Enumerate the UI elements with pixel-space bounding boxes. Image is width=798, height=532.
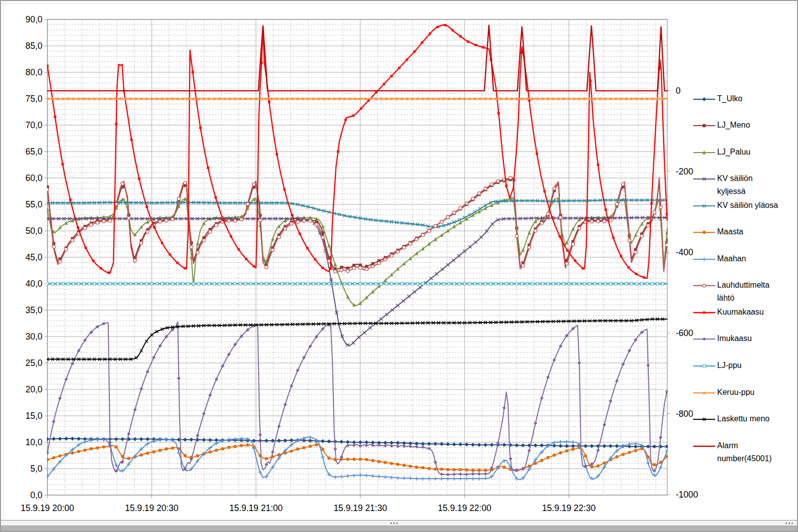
- legend-marker-kv_kyljessa-icon: [693, 173, 716, 185]
- svg-text:70,0: 70,0: [25, 120, 42, 130]
- legend-marker-alarm-icon: [693, 440, 716, 453]
- svg-text:40,0: 40,0: [25, 279, 42, 289]
- legend-label-t_ulko: T_Ulko: [717, 92, 743, 105]
- legend-item-alarm[interactable]: Alarm number(45001): [693, 439, 772, 465]
- legend-item-t_ulko[interactable]: T_Ulko: [693, 92, 743, 106]
- legend-marker-lj_ppu-icon: [693, 359, 716, 372]
- svg-text:15.9.19 20:00: 15.9.19 20:00: [20, 503, 74, 513]
- legend-item-kv_ylaosa[interactable]: KV säiliön yläosa: [693, 199, 778, 212]
- legend-item-maahan[interactable]: Maahan: [693, 252, 746, 266]
- series-lj_meno: [46, 178, 669, 271]
- svg-text:20,0: 20,0: [25, 384, 42, 394]
- legend-label-lj_ppu: LJ-ppu: [717, 359, 742, 372]
- legend-label-kv_ylaosa: KV säiliön yläosa: [717, 199, 778, 212]
- svg-text:15.9.19 20:30: 15.9.19 20:30: [125, 503, 178, 513]
- svg-text:35,0: 35,0: [25, 305, 42, 315]
- legend-item-keruu_ppu[interactable]: Keruu-ppu: [693, 386, 755, 399]
- svg-text:30,0: 30,0: [25, 332, 42, 342]
- svg-text:10,0: 10,0: [25, 437, 42, 447]
- svg-text:65,0: 65,0: [25, 147, 42, 157]
- legend-label-imukaasu: Imukaasu: [717, 332, 752, 345]
- svg-text:85,0: 85,0: [25, 41, 42, 51]
- svg-text:15.9.19 22:30: 15.9.19 22:30: [542, 503, 595, 513]
- legend-label-kuumakaasu: Kuumakaasu: [717, 306, 764, 319]
- svg-text:-1000: -1000: [676, 490, 698, 500]
- resize-grip-dots[interactable]: [786, 523, 793, 524]
- legend-item-lj_meno[interactable]: LJ_Meno: [693, 119, 750, 132]
- svg-text:75,0: 75,0: [25, 94, 42, 104]
- legend-marker-kv_ylaosa-icon: [693, 199, 716, 212]
- legend-marker-laskettu_meno-icon: [693, 413, 716, 426]
- legend-item-imukaasu[interactable]: Imukaasu: [693, 332, 752, 346]
- legend-item-lauhduttimelta[interactable]: Lauhduttimelta lähtö: [693, 279, 770, 305]
- svg-text:60,0: 60,0: [25, 173, 42, 183]
- legend-item-lj_paluu[interactable]: LJ_Paluu: [693, 146, 751, 159]
- legend-label-lj_meno: LJ_Meno: [717, 119, 750, 132]
- series-lj_ppu: [46, 282, 667, 285]
- horizontal-scrollbar[interactable]: [1, 521, 797, 526]
- legend-label-maahan: Maahan: [717, 252, 746, 265]
- legend-label-lj_paluu: LJ_Paluu: [717, 146, 751, 159]
- legend-marker-keruu_ppu-icon: [693, 386, 716, 399]
- legend-item-kuumakaasu[interactable]: Kuumakaasu: [693, 306, 764, 319]
- svg-text:15.9.19 22:00: 15.9.19 22:00: [438, 503, 491, 513]
- legend-label-laskettu_meno: Laskettu meno: [717, 412, 770, 425]
- svg-text:15.9.19 21:00: 15.9.19 21:00: [229, 503, 282, 513]
- legend-marker-lj_meno-icon: [693, 119, 716, 132]
- svg-text:55,0: 55,0: [25, 199, 42, 209]
- svg-text:0: 0: [676, 86, 681, 96]
- series-kv_ylaosa: [46, 198, 667, 228]
- legend-marker-lauhduttimelta-icon: [693, 279, 716, 292]
- legend-label-kv_kyljessa: KV säiliön kyljessä: [717, 172, 753, 198]
- svg-text:0,0: 0,0: [30, 490, 43, 500]
- svg-text:45,0: 45,0: [25, 252, 42, 262]
- legend-label-keruu_ppu: Keruu-ppu: [717, 386, 755, 399]
- svg-text:5,0: 5,0: [30, 464, 43, 474]
- svg-text:-800: -800: [676, 409, 693, 419]
- legend-marker-imukaasu-icon: [693, 333, 716, 346]
- svg-text:50,0: 50,0: [25, 226, 42, 236]
- series-kv_kyljessa: [46, 216, 667, 347]
- legend-item-laskettu_meno[interactable]: Laskettu meno: [693, 412, 770, 426]
- legend-item-kv_kyljessa[interactable]: KV säiliön kyljessä: [693, 172, 753, 198]
- svg-text:15.9.19 21:30: 15.9.19 21:30: [333, 503, 387, 513]
- series-lj_paluu: [46, 196, 669, 307]
- svg-text:15,0: 15,0: [25, 411, 42, 421]
- svg-text:-400: -400: [676, 247, 693, 257]
- legend-marker-lj_paluu-icon: [693, 146, 716, 159]
- legend-marker-kuumakaasu-icon: [693, 306, 716, 319]
- scrollbar-grip-dots[interactable]: [390, 523, 398, 524]
- svg-text:-600: -600: [676, 328, 693, 338]
- svg-text:80,0: 80,0: [25, 67, 42, 77]
- svg-text:25,0: 25,0: [25, 358, 42, 368]
- legend-marker-t_ulko-icon: [693, 93, 716, 106]
- legend-label-alarm: Alarm number(45001): [717, 439, 772, 465]
- svg-text:-200: -200: [676, 167, 693, 177]
- legend-marker-maahan-icon: [693, 253, 716, 266]
- excel-chart-window: 90,085,080,075,070,065,060,055,050,045,0…: [0, 0, 798, 532]
- chart-canvas: 90,085,080,075,070,065,060,055,050,045,0…: [1, 1, 798, 532]
- legend-marker-maasta-icon: [693, 226, 716, 239]
- legend-item-maasta[interactable]: Maasta: [693, 225, 743, 239]
- svg-text:90,0: 90,0: [25, 14, 42, 24]
- series-imukaasu: [45, 322, 669, 476]
- legend-label-maasta: Maasta: [717, 225, 743, 238]
- series-keruu_ppu: [46, 97, 667, 100]
- legend-label-lauhduttimelta: Lauhduttimelta lähtö: [717, 279, 770, 305]
- legend-item-lj_ppu[interactable]: LJ-ppu: [693, 359, 742, 372]
- bottom-bar: [1, 526, 797, 532]
